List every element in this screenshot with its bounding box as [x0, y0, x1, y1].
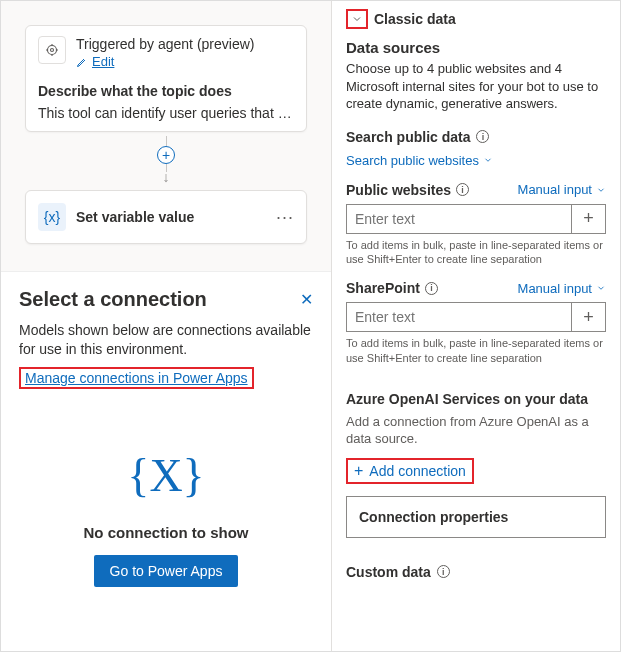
- public-websites-label: Public websites: [346, 182, 451, 198]
- classic-data-label: Classic data: [374, 11, 456, 27]
- azure-desc: Add a connection from Azure OpenAI as a …: [346, 413, 606, 448]
- chevron-down-icon[interactable]: [351, 13, 363, 25]
- chevron-down-icon: [483, 155, 493, 165]
- manual-input-toggle[interactable]: Manual input: [518, 281, 606, 296]
- data-sources-desc: Choose up to 4 public websites and 4 Mic…: [346, 60, 606, 113]
- connection-properties-box[interactable]: Connection properties: [346, 496, 606, 538]
- bulk-hint: To add items in bulk, paste in line-sepa…: [346, 336, 606, 365]
- highlight-box: Manage connections in Power Apps: [19, 367, 254, 389]
- manual-input-label: Manual input: [518, 182, 592, 197]
- search-public-websites-link[interactable]: Search public websites: [346, 153, 606, 168]
- chevron-down-icon: [596, 283, 606, 293]
- svg-point-1: [51, 49, 54, 52]
- sharepoint-label: SharePoint: [346, 280, 420, 296]
- properties-column: Classic data Data sources Choose up to 4…: [331, 1, 620, 651]
- canvas-column: Triggered by agent (preview) Edit Descri…: [1, 1, 331, 651]
- describe-label: Describe what the topic does: [38, 83, 294, 99]
- highlight-box: [346, 9, 368, 29]
- manage-connections-link[interactable]: Manage connections in Power Apps: [25, 370, 248, 386]
- add-node-button[interactable]: +: [157, 146, 175, 164]
- trigger-card[interactable]: Triggered by agent (preview) Edit Descri…: [25, 25, 307, 132]
- info-icon[interactable]: i: [437, 565, 450, 578]
- go-to-power-apps-button[interactable]: Go to Power Apps: [94, 555, 239, 587]
- edit-label: Edit: [92, 54, 114, 69]
- edit-link[interactable]: Edit: [76, 54, 254, 69]
- panel-title: Select a connection: [19, 288, 207, 311]
- manual-input-label: Manual input: [518, 281, 592, 296]
- add-item-button[interactable]: +: [572, 204, 606, 234]
- agent-icon: [38, 36, 66, 64]
- search-public-data-label: Search public data: [346, 129, 470, 145]
- manual-input-toggle[interactable]: Manual input: [518, 182, 606, 197]
- plus-icon: +: [354, 462, 363, 480]
- chevron-down-icon: [596, 185, 606, 195]
- panel-description: Models shown below are connections avail…: [19, 321, 313, 359]
- sharepoint-input[interactable]: [346, 302, 572, 332]
- info-icon[interactable]: i: [476, 130, 489, 143]
- bulk-hint: To add items in bulk, paste in line-sepa…: [346, 238, 606, 267]
- select-connection-panel: Select a connection ✕ Models shown below…: [1, 271, 331, 651]
- info-icon[interactable]: i: [425, 282, 438, 295]
- close-icon[interactable]: ✕: [300, 290, 313, 309]
- highlight-box: + Add connection: [346, 458, 474, 484]
- pencil-icon: [76, 56, 88, 68]
- connector: + ↓: [25, 136, 307, 184]
- add-connection-button[interactable]: + Add connection: [354, 462, 466, 480]
- variable-placeholder-icon: {X}: [127, 449, 204, 502]
- empty-state-label: No connection to show: [84, 524, 249, 541]
- add-item-button[interactable]: +: [572, 302, 606, 332]
- describe-text: This tool can identify user queries that…: [38, 105, 294, 121]
- data-sources-title: Data sources: [346, 39, 606, 56]
- add-connection-label: Add connection: [369, 463, 466, 479]
- public-websites-input[interactable]: [346, 204, 572, 234]
- set-variable-card[interactable]: {x} Set variable value ···: [25, 190, 307, 244]
- svg-point-0: [48, 46, 57, 55]
- custom-data-label: Custom data: [346, 564, 431, 580]
- variable-icon: {x}: [38, 203, 66, 231]
- azure-openai-label: Azure OpenAI Services on your data: [346, 391, 588, 407]
- trigger-title: Triggered by agent (preview): [76, 36, 254, 52]
- more-icon[interactable]: ···: [276, 207, 294, 228]
- arrow-down-icon: ↓: [163, 170, 170, 184]
- set-variable-label: Set variable value: [76, 209, 266, 225]
- info-icon[interactable]: i: [456, 183, 469, 196]
- search-public-link-label: Search public websites: [346, 153, 479, 168]
